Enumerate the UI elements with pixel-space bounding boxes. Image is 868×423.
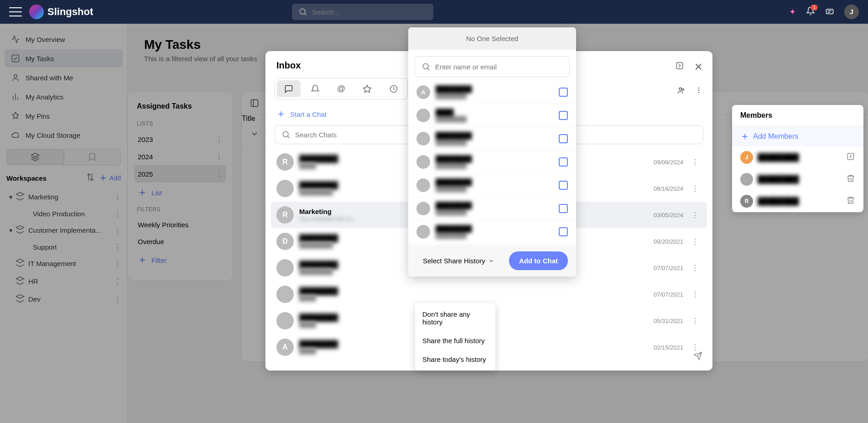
svg-point-0 bbox=[300, 9, 306, 14]
add-members-button[interactable]: Add Members bbox=[732, 126, 863, 146]
svg-point-40 bbox=[423, 63, 428, 69]
search-icon bbox=[298, 7, 307, 16]
svg-point-27 bbox=[682, 89, 684, 90]
member-avatar: J bbox=[740, 151, 753, 164]
share-history-select[interactable]: Select Share History bbox=[416, 252, 504, 269]
svg-rect-2 bbox=[826, 9, 833, 14]
members-popover: Members Add Members J ████████ ████████ … bbox=[732, 105, 863, 212]
svg-point-29 bbox=[698, 89, 700, 91]
person-checkbox[interactable] bbox=[559, 204, 568, 213]
member-name: ████████ bbox=[758, 153, 842, 162]
chat-avatar: R bbox=[276, 206, 294, 224]
chat-more-button[interactable] bbox=[694, 86, 703, 95]
person-row[interactable]: ████████████████ bbox=[408, 151, 576, 174]
person-name: ████████ bbox=[436, 85, 553, 93]
person-email: ████████ bbox=[436, 116, 553, 122]
svg-line-41 bbox=[427, 68, 429, 70]
chat-preview: ████ bbox=[299, 295, 648, 302]
chat-more-button[interactable]: ⋮ bbox=[689, 184, 702, 193]
menu-toggle[interactable] bbox=[9, 7, 22, 16]
person-email: ████████ bbox=[436, 93, 553, 99]
svg-rect-23 bbox=[676, 63, 682, 68]
person-name: ████████ bbox=[436, 225, 553, 232]
person-checkbox[interactable] bbox=[559, 88, 568, 97]
chat-more-button[interactable]: ⋮ bbox=[689, 264, 702, 272]
svg-point-28 bbox=[698, 87, 700, 89]
chat-name: ████████ bbox=[299, 287, 648, 295]
leave-icon[interactable] bbox=[846, 152, 855, 163]
person-row[interactable]: ████████████████ bbox=[408, 174, 576, 197]
add-to-chat-button[interactable]: Add to Chat bbox=[509, 251, 568, 270]
svg-rect-39 bbox=[847, 153, 853, 159]
share-menu-item[interactable]: Don't share any history bbox=[415, 305, 495, 331]
chat-more-button[interactable]: ⋮ bbox=[689, 237, 702, 246]
person-email: ████████ bbox=[436, 186, 553, 192]
chat-more-button[interactable]: ⋮ bbox=[689, 158, 702, 167]
search-icon bbox=[421, 62, 431, 71]
chat-more-button[interactable]: ⋮ bbox=[689, 290, 702, 299]
person-checkbox[interactable] bbox=[559, 157, 568, 167]
chat-more-button[interactable]: ⋮ bbox=[689, 211, 702, 219]
expand-panel-button[interactable] bbox=[675, 61, 684, 72]
person-row[interactable]: ████████████████ bbox=[408, 127, 576, 151]
chat-more-button[interactable]: ⋮ bbox=[689, 317, 702, 325]
member-row: R ████████ bbox=[732, 190, 863, 212]
person-name: ████████ bbox=[436, 178, 553, 186]
user-avatar[interactable]: J bbox=[844, 5, 859, 19]
chat-avatar: A bbox=[276, 339, 294, 356]
inbox-tab-mentions[interactable]: @ bbox=[330, 80, 353, 97]
modal-search[interactable] bbox=[415, 56, 570, 77]
top-bar: Slingshot ✦ 1 J bbox=[0, 0, 868, 24]
chat-date: 08/16/2024 bbox=[654, 185, 683, 192]
app-logo[interactable]: Slingshot bbox=[29, 5, 93, 19]
person-row[interactable]: A ████████████████ bbox=[408, 81, 576, 104]
share-menu-item[interactable]: Share today's history bbox=[415, 350, 495, 369]
svg-point-26 bbox=[679, 88, 681, 90]
chat-date: 07/07/2021 bbox=[654, 265, 683, 272]
global-search[interactable] bbox=[292, 4, 433, 20]
inbox-tab-history[interactable] bbox=[382, 80, 405, 97]
person-checkbox[interactable] bbox=[559, 227, 568, 236]
chat-avatar bbox=[276, 180, 294, 197]
ai-sparkle-icon[interactable]: ✦ bbox=[789, 7, 796, 17]
chat-date: 05/31/2021 bbox=[654, 318, 683, 324]
person-row[interactable]: ████████████ bbox=[408, 104, 576, 127]
chat-avatar: D bbox=[276, 233, 294, 250]
person-checkbox[interactable] bbox=[559, 111, 568, 120]
person-avatar bbox=[416, 109, 430, 122]
notifications-button[interactable]: 1 bbox=[806, 6, 815, 17]
member-avatar bbox=[740, 173, 753, 186]
remove-icon[interactable] bbox=[846, 196, 855, 207]
person-email: ████████ bbox=[436, 232, 553, 239]
person-row[interactable]: ████████████████ bbox=[408, 220, 576, 244]
svg-point-30 bbox=[698, 92, 700, 93]
chat-more-button[interactable]: ⋮ bbox=[689, 343, 702, 352]
chat-date: 07/07/2021 bbox=[654, 291, 683, 298]
share-menu-item[interactable]: Share the full history bbox=[415, 331, 495, 350]
chat-avatar bbox=[276, 312, 294, 329]
members-heading: Members bbox=[732, 105, 863, 126]
members-button[interactable] bbox=[677, 86, 686, 95]
remove-icon[interactable] bbox=[846, 174, 855, 185]
add-members-modal: No One Selected A ████████████████ █████… bbox=[408, 27, 576, 277]
inbox-tab-starred[interactable] bbox=[355, 80, 379, 97]
chat-date: 09/09/2024 bbox=[654, 159, 683, 166]
person-row[interactable]: ████████████████ bbox=[408, 197, 576, 220]
member-search-input[interactable] bbox=[435, 63, 563, 71]
chat-date: 02/15/2021 bbox=[654, 344, 683, 351]
svg-point-33 bbox=[283, 131, 288, 137]
chat-date: 09/20/2021 bbox=[654, 238, 683, 245]
svg-line-1 bbox=[305, 13, 307, 15]
inbox-tab-chats[interactable] bbox=[277, 80, 301, 97]
person-checkbox[interactable] bbox=[559, 181, 568, 190]
svg-line-34 bbox=[287, 136, 289, 138]
send-message-icon[interactable] bbox=[693, 351, 702, 360]
person-name: ████ bbox=[436, 109, 553, 116]
person-checkbox[interactable] bbox=[559, 134, 568, 143]
person-email: ████████ bbox=[436, 139, 553, 146]
chat-icon[interactable] bbox=[825, 7, 834, 16]
person-avatar bbox=[416, 225, 430, 239]
search-input[interactable] bbox=[312, 8, 427, 16]
inbox-tab-notifications[interactable] bbox=[303, 80, 327, 97]
close-inbox-button[interactable]: ✕ bbox=[694, 61, 702, 73]
